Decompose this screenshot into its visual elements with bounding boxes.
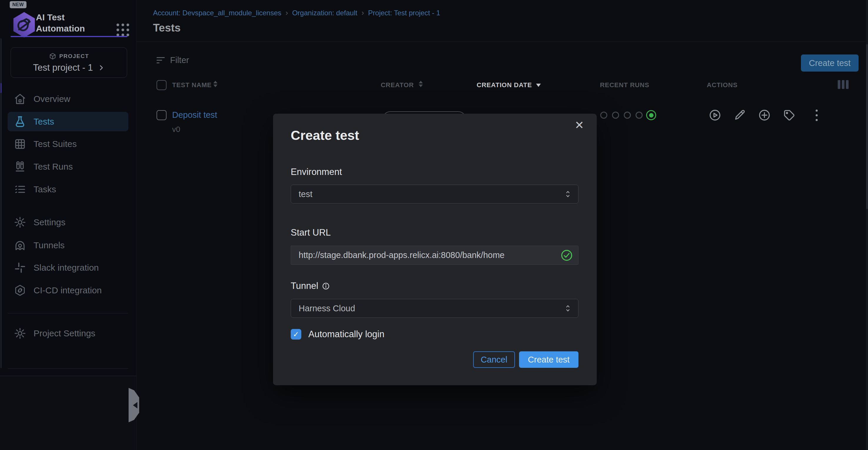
pencil-icon [733, 109, 746, 122]
environment-label: Environment [291, 167, 342, 177]
test-name-link[interactable]: Deposit test [172, 110, 217, 120]
select-all-checkbox[interactable] [157, 80, 166, 90]
sidebar-item-label: Tasks [34, 185, 56, 194]
test-version: v0 [172, 125, 180, 134]
modal-create-test-button[interactable]: Create test [519, 351, 579, 368]
cicd-hexagon-link-icon [13, 284, 27, 297]
start-url-value: http://stage.dbank.prod-apps.relicx.ai:8… [299, 250, 505, 260]
column-header-test-name[interactable]: TEST NAME [172, 81, 212, 89]
sort-arrows-icon[interactable] [419, 81, 423, 87]
breadcrumb-organization-link[interactable]: Organization: default [292, 9, 357, 17]
sidebar-item-label: Test Suites [34, 139, 77, 149]
sidebar-footer: ? Help AU admin user [0, 376, 136, 450]
sidebar-item-cicd-integration[interactable]: CI-CD integration [8, 281, 128, 300]
auto-login-checkbox[interactable]: ✓ [291, 329, 301, 340]
tunnel-label: Tunnel [291, 281, 330, 291]
select-chevrons-icon [564, 304, 572, 313]
environment-select[interactable]: test [291, 185, 579, 203]
auto-login-label: Automatically login [308, 329, 384, 340]
sidebar-item-test-suites[interactable]: Test Suites [8, 134, 128, 154]
header-divider [136, 41, 868, 41]
edit-test-button[interactable] [733, 109, 746, 122]
project-name: Test project - 1 [33, 62, 93, 73]
new-badge: NEW [10, 1, 27, 8]
sidebar-item-tests[interactable]: Tests [8, 112, 128, 131]
tunnel-value: Harness Cloud [299, 304, 355, 313]
breadcrumb-separator: › [285, 8, 288, 18]
sort-desc-icon [536, 84, 541, 87]
sidebar-item-label: Overview [34, 94, 70, 104]
sidebar-item-label: Project Settings [34, 328, 95, 338]
sidebar-item-project-settings[interactable]: Project Settings [8, 324, 128, 343]
run-status-dot[interactable] [600, 112, 607, 119]
info-icon[interactable] [322, 282, 330, 290]
cancel-button[interactable]: Cancel [473, 351, 515, 368]
tunnel-label-text: Tunnel [291, 281, 318, 291]
run-status-dot[interactable] [646, 110, 656, 120]
sidebar-item-test-runs[interactable]: Test Runs [8, 157, 128, 176]
close-icon[interactable]: ✕ [575, 119, 584, 131]
sidebar-scrollbar-accent [1, 83, 1, 93]
sidebar-item-label: Test Runs [34, 162, 73, 172]
sidebar-item-settings[interactable]: Settings [8, 213, 128, 232]
filter-label: Filter [170, 55, 189, 65]
tag-icon [783, 109, 796, 122]
more-actions-button[interactable] [816, 110, 818, 121]
project-kind-label: PROJECT [59, 53, 89, 59]
environment-value: test [299, 189, 312, 199]
sidebar-item-slack-integration[interactable]: Slack integration [8, 258, 128, 277]
columns-icon [13, 160, 27, 173]
flask-icon [13, 115, 27, 128]
start-url-label: Start URL [291, 227, 331, 238]
column-header-actions: ACTIONS [707, 81, 738, 89]
tag-test-button[interactable] [783, 109, 796, 122]
home-icon [13, 92, 27, 106]
sidebar-item-label: Slack integration [34, 263, 99, 273]
column-header-creator[interactable]: CREATOR [381, 81, 414, 89]
sidebar-item-overview[interactable]: Overview [8, 89, 128, 109]
slack-icon [13, 261, 27, 274]
page-title: Tests [153, 22, 181, 34]
run-status-dot[interactable] [624, 112, 631, 119]
auto-login-option[interactable]: ✓ Automatically login [291, 329, 384, 340]
run-test-button[interactable] [709, 109, 721, 122]
collapse-left-arrow-icon [133, 402, 137, 409]
run-status-dot[interactable] [612, 112, 619, 119]
sidebar-divider [8, 313, 128, 313]
grid-icon [13, 138, 27, 150]
list-icon [13, 183, 27, 196]
sidebar-item-label: Tunnels [34, 240, 65, 250]
column-settings-icon[interactable] [838, 80, 848, 89]
project-box-icon [49, 52, 57, 60]
modal-title: Create test [291, 128, 359, 143]
column-header-creation-date[interactable]: CREATION DATE [477, 81, 532, 89]
environment-label-text: Environment [291, 167, 342, 177]
sidebar-divider [8, 368, 128, 369]
sidebar-item-tasks[interactable]: Tasks [8, 180, 128, 199]
row-checkbox[interactable] [157, 110, 166, 120]
play-circle-icon [709, 109, 721, 122]
breadcrumb-account-link[interactable]: Account: Devspace_all_module_licenses [153, 9, 281, 17]
sort-arrows-icon[interactable] [213, 81, 217, 87]
sidebar-item-label: CI-CD integration [34, 285, 102, 296]
plus-circle-icon [758, 109, 771, 122]
start-url-input[interactable]: http://stage.dbank.prod-apps.relicx.ai:8… [291, 246, 579, 265]
project-switcher[interactable]: PROJECT Test project - 1 [10, 48, 127, 78]
page-scrollbar-thumb[interactable] [866, 44, 868, 209]
tunnel-select[interactable]: Harness Cloud [291, 299, 579, 318]
sidebar-item-tunnels[interactable]: Tunnels [8, 235, 128, 255]
create-test-modal: ✕ Create test Environment test Start URL… [273, 114, 597, 385]
create-test-button[interactable]: Create test [801, 55, 859, 72]
app-title: AI Test Automation [36, 12, 95, 34]
chevron-right-icon [98, 64, 105, 71]
filter-icon [157, 57, 165, 63]
sidebar: NEW AI Test Automation [0, 0, 136, 450]
filter-button[interactable]: Filter [157, 54, 189, 66]
gear-icon [13, 216, 27, 229]
run-status-dot[interactable] [636, 112, 643, 119]
add-to-suite-button[interactable] [758, 109, 771, 122]
breadcrumb: Account: Devspace_all_module_licenses › … [153, 8, 440, 18]
breadcrumb-project-link[interactable]: Project: Test project - 1 [368, 9, 440, 17]
app-logo-icon [10, 10, 38, 39]
start-url-label-text: Start URL [291, 227, 331, 238]
